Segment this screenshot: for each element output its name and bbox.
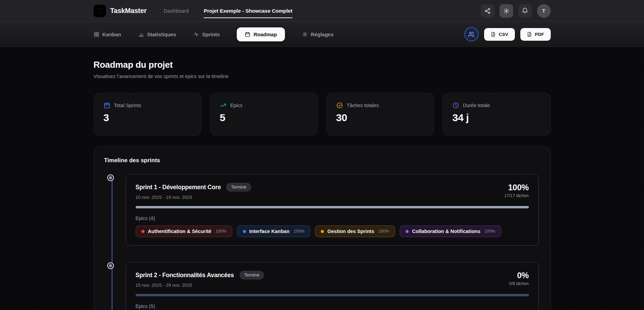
tab-roadmap[interactable]: Roadmap	[237, 27, 285, 41]
epic-name: Gestion des Sprints	[327, 229, 374, 234]
stat-card-duree-totale: Durée totale 34 j	[442, 93, 551, 135]
file-icon	[491, 32, 496, 37]
epic-percent: 100%	[216, 229, 227, 234]
epic-color-dot	[406, 230, 409, 233]
stat-value: 34 j	[452, 112, 541, 124]
timeline-section: Timeline des sprints Sprint 1 - Développ…	[94, 146, 551, 310]
sprint-percent: 100%	[504, 183, 529, 192]
epics-row: Authentification & Sécurité 100% Interfa…	[136, 225, 529, 237]
calendar-icon	[104, 102, 110, 109]
share-button[interactable]	[481, 4, 494, 18]
stats-row: Total Sprints 3 Epics 5 Tâches	[94, 93, 551, 135]
user-avatar[interactable]: T	[537, 4, 551, 18]
epic-percent: 100%	[484, 229, 495, 234]
tabs: Kanban Statistiques Sprints Roadmap	[94, 27, 334, 41]
tab-kanban-label: Kanban	[102, 31, 121, 37]
sprint-task-count: 0/8 tâches	[509, 281, 529, 286]
header-actions: T	[481, 4, 551, 18]
tab-kanban[interactable]: Kanban	[94, 31, 121, 37]
gear-icon	[302, 31, 308, 37]
page-title: Roadmap du projet	[94, 60, 551, 70]
tab-sprints-label: Sprints	[202, 31, 220, 37]
sprint-progress-bar	[136, 206, 529, 208]
pdf-label: PDF	[535, 32, 544, 37]
sprint-row-2: Sprint 2 - Fonctionnalités Avancées Term…	[126, 262, 539, 310]
epic-percent: 100%	[378, 229, 389, 234]
collaborators-button[interactable]	[464, 27, 479, 41]
sprint-progress-fill	[136, 206, 529, 208]
tab-sprints[interactable]: Sprints	[193, 31, 220, 37]
sprint-task-count: 17/17 tâches	[504, 193, 529, 198]
nav-current-project[interactable]: Projet Exemple - Showcase Complet	[204, 8, 292, 14]
csv-label: CSV	[499, 32, 508, 37]
stat-label: Tâches totales	[347, 103, 379, 108]
stat-value: 30	[336, 112, 425, 124]
timeline-dot	[108, 263, 113, 268]
tab-actions: CSV PDF	[464, 27, 551, 41]
stat-card-total-sprints: Total Sprints 3	[94, 93, 202, 135]
share-icon	[484, 8, 491, 14]
sprint-name: Sprint 2 - Fonctionnalités Avancées	[136, 272, 234, 279]
stat-card-taches-totales: Tâches totales 30	[326, 93, 435, 135]
epic-name: Collaboration & Notifications	[412, 229, 480, 234]
activity-icon	[193, 31, 199, 37]
app-header: TaskMaster Dashboard Projet Exemple - Sh…	[0, 0, 644, 22]
brand-name: TaskMaster	[110, 7, 147, 15]
brand: TaskMaster	[94, 5, 147, 17]
sprint-dates: 15 nov. 2025 - 29 nov. 2025	[136, 283, 264, 288]
trending-up-icon	[220, 102, 227, 109]
stat-label: Durée totale	[463, 103, 490, 108]
stat-label: Total Sprints	[114, 103, 141, 108]
theme-toggle-button[interactable]	[499, 4, 513, 18]
timeline-dot	[108, 175, 113, 180]
file-icon	[527, 32, 532, 37]
bar-chart-icon	[138, 31, 144, 37]
bell-icon	[522, 8, 528, 14]
taskmaster-logo-icon	[94, 5, 106, 17]
epics-count-label: Epics (5)	[136, 303, 529, 309]
roadmap-page: Roadmap du projet Visualisez l’avancemen…	[0, 47, 644, 310]
stat-label: Epics	[230, 103, 242, 108]
theme-sun-icon	[503, 8, 509, 14]
export-pdf-button[interactable]: PDF	[520, 28, 551, 41]
project-tabbar: Kanban Statistiques Sprints Roadmap	[0, 22, 644, 47]
timeline-list: Sprint 1 - Développement Core Terminé 10…	[104, 174, 539, 310]
clock-icon	[452, 102, 459, 109]
sprint-card-2[interactable]: Sprint 2 - Fonctionnalités Avancées Term…	[126, 262, 539, 310]
nav-dashboard[interactable]: Dashboard	[164, 8, 189, 14]
epic-percent: 100%	[293, 229, 304, 234]
sprint-status-badge: Terminé	[226, 183, 251, 192]
epic-chip[interactable]: Authentification & Sécurité 100%	[136, 225, 232, 237]
sprint-name: Sprint 1 - Développement Core	[136, 184, 221, 191]
tab-reglages[interactable]: Réglages	[302, 31, 334, 37]
epic-name: Authentification & Sécurité	[148, 229, 211, 234]
tab-statistiques-label: Statistiques	[147, 31, 176, 37]
epic-color-dot	[141, 230, 145, 233]
timeline-title: Timeline des sprints	[104, 157, 539, 164]
users-icon	[468, 31, 475, 38]
stat-value: 3	[104, 112, 192, 124]
notifications-button[interactable]	[518, 4, 532, 18]
sprint-percent: 0%	[509, 271, 529, 280]
sprint-progress-bar	[136, 294, 529, 296]
stat-card-epics: Epics 5	[210, 93, 318, 135]
top-nav: Dashboard Projet Exemple - Showcase Comp…	[164, 8, 292, 14]
epics-count-label: Epics (4)	[136, 216, 529, 221]
epic-chip[interactable]: Collaboration & Notifications 100%	[400, 225, 501, 237]
epic-color-dot	[243, 230, 246, 233]
calendar-icon	[245, 31, 250, 37]
grid-icon	[94, 31, 99, 37]
epic-color-dot	[321, 230, 324, 233]
tab-roadmap-label: Roadmap	[254, 31, 277, 37]
sprint-row-1: Sprint 1 - Développement Core Terminé 10…	[126, 174, 539, 246]
export-csv-button[interactable]: CSV	[484, 28, 515, 41]
check-circle-icon	[336, 102, 343, 109]
epic-name: Interface Kanban	[249, 229, 290, 234]
epic-chip[interactable]: Gestion des Sprints 100%	[315, 225, 395, 237]
sprint-status-badge: Terminé	[239, 271, 264, 280]
sprint-card-1[interactable]: Sprint 1 - Développement Core Terminé 10…	[126, 174, 539, 246]
tab-statistiques[interactable]: Statistiques	[138, 31, 176, 37]
epic-chip[interactable]: Interface Kanban 100%	[237, 225, 311, 237]
sprint-dates: 10 nov. 2025 - 19 nov. 2025	[136, 195, 251, 200]
tab-reglages-label: Réglages	[311, 31, 334, 37]
